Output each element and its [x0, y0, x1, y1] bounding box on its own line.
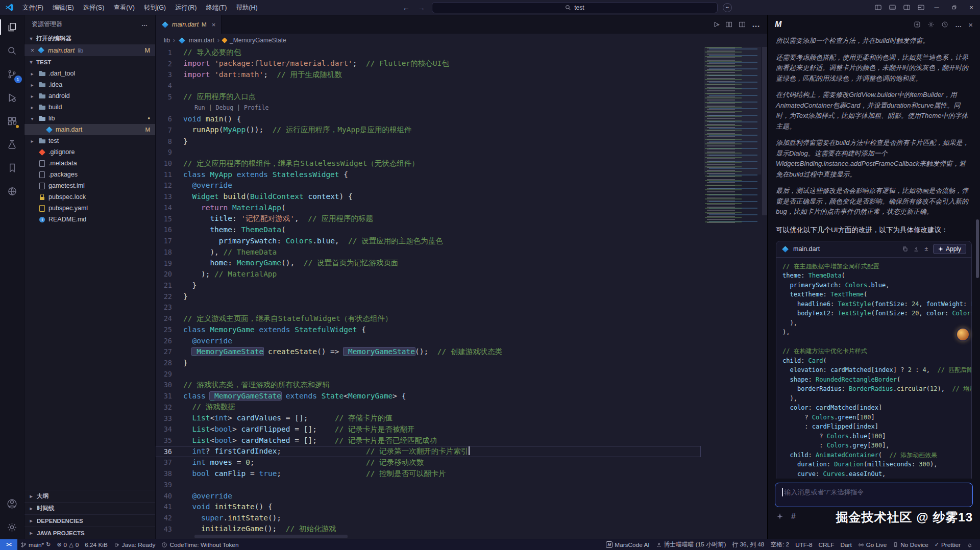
- explorer-icon[interactable]: [0, 15, 24, 39]
- code-line-25[interactable]: 25class MemoryGame extends StatefulWidge…: [156, 324, 701, 335]
- close-editor-icon[interactable]: ×: [31, 47, 34, 54]
- code-line-18[interactable]: 18 ), // ThemeData: [156, 246, 701, 258]
- source-control-icon[interactable]: 1: [0, 62, 24, 86]
- menu-item-3[interactable]: 查看(V): [109, 0, 139, 15]
- code-line-31[interactable]: 31class _MemoryGameState extends State<M…: [156, 390, 701, 402]
- editor-horizontal-scrollbar[interactable]: [194, 535, 348, 538]
- apply-button[interactable]: Apply: [933, 244, 966, 254]
- tree-item-main.dart[interactable]: main.dartM: [24, 124, 155, 135]
- marscode-status[interactable]: M MarsCode AI: [603, 539, 652, 550]
- code-line-1[interactable]: 1// 导入必要的包: [156, 47, 701, 58]
- code-line-41[interactable]: 41 void initState() {: [156, 501, 701, 512]
- minimap[interactable]: [704, 47, 761, 534]
- toggle-panel-icon[interactable]: [885, 0, 899, 15]
- command-center-search[interactable]: test: [432, 2, 718, 13]
- code-line-38[interactable]: 38 bool canFlip = true; // 控制是否可以翻卡片: [156, 468, 701, 479]
- split-editor-icon[interactable]: [739, 21, 746, 28]
- code-line-32[interactable]: 32 // 游戏数据: [156, 402, 701, 413]
- copilot-icon[interactable]: ••: [723, 3, 732, 12]
- code-line-39[interactable]: 39: [156, 479, 701, 490]
- code-line-12[interactable]: 12 @override: [156, 180, 701, 191]
- code-line-30[interactable]: 30// 游戏状态类，管理游戏的所有状态和逻辑: [156, 380, 701, 391]
- tab-main-dart[interactable]: main.dart M ×: [156, 15, 222, 34]
- code-line-36[interactable]: 36 int? firstCardIndex; // 记录第一次翻开的卡片索引: [156, 446, 701, 457]
- menu-item-2[interactable]: 选择(S): [79, 0, 109, 15]
- tree-item-.metadata[interactable]: .metadata: [24, 158, 155, 169]
- code-line-9[interactable]: 9: [156, 146, 701, 158]
- code-line-40[interactable]: 40 @override: [156, 490, 701, 502]
- code-line-4[interactable]: 4: [156, 80, 701, 91]
- breadcrumb-symbol[interactable]: _MemoryGameState: [230, 37, 286, 44]
- code-line-23[interactable]: 23: [156, 302, 701, 313]
- code-line-28[interactable]: 28}: [156, 357, 701, 368]
- chat-input[interactable]: 输入消息或者"/"来选择指令: [775, 483, 973, 507]
- sidebar-section-JAVA PROJECTS[interactable]: ▸JAVA PROJECTS: [24, 527, 155, 539]
- code-line-42[interactable]: 42 super.initState();: [156, 512, 701, 523]
- ai-panel-scrollbar[interactable]: [976, 219, 979, 278]
- ai-more-icon[interactable]: …: [955, 21, 962, 29]
- account-icon[interactable]: [0, 492, 24, 515]
- code-line-17[interactable]: 17 primarySwatch: Colors.blue, // 设置应用的主…: [156, 235, 701, 246]
- insert-code-icon[interactable]: [913, 246, 919, 252]
- run-debug-icon[interactable]: [0, 86, 24, 109]
- open-editor-item[interactable]: × main.dart lib M: [24, 44, 155, 56]
- code-line-5[interactable]: 5// 应用程序的入口点: [156, 91, 701, 103]
- new-chat-icon[interactable]: [914, 21, 921, 28]
- skills-sparkle-icon[interactable]: [777, 513, 783, 519]
- code-line-14[interactable]: 14 return MaterialApp(: [156, 202, 701, 213]
- code-line-7[interactable]: 7 runApp(MyApp()); // 运行应用程序，MyApp是应用的根组…: [156, 124, 701, 136]
- sidebar-section-DEPENDENCIES[interactable]: ▸DEPENDENCIES: [24, 514, 155, 527]
- tree-item-.packages[interactable]: .packages: [24, 169, 155, 180]
- floating-avatar[interactable]: [956, 328, 970, 341]
- file-size-status[interactable]: 6.24 KiB: [82, 539, 111, 550]
- open-editors-section[interactable]: ▾ 打开的编辑器: [24, 33, 155, 44]
- ai-close-icon[interactable]: ×: [968, 20, 973, 29]
- ai-settings-gear-icon[interactable]: [927, 21, 935, 28]
- code-line-15[interactable]: 15 title: '记忆配对游戏', // 应用程序的标题: [156, 213, 701, 224]
- code-line-34[interactable]: 34 List<bool> cardFlipped = []; // 记录卡片是…: [156, 423, 701, 435]
- toggle-secondary-sidebar-icon[interactable]: [899, 0, 914, 15]
- project-section-header[interactable]: ▾ TEST: [24, 56, 155, 68]
- code-line-8[interactable]: 8}: [156, 136, 701, 147]
- sidebar-section-时间线[interactable]: ▸时间线: [24, 502, 155, 514]
- close-window-button[interactable]: ×: [963, 0, 980, 15]
- code-line-20[interactable]: 20 ); // MaterialApp: [156, 268, 701, 280]
- diff-code-icon[interactable]: ±: [924, 245, 928, 253]
- code-line-37[interactable]: 37 int moves = 0; // 记录移动次数: [156, 457, 701, 468]
- tree-item-test[interactable]: ▸test: [24, 135, 155, 146]
- menu-item-0[interactable]: 文件(F): [18, 0, 48, 15]
- menu-item-7[interactable]: 帮助(H): [231, 0, 262, 15]
- tree-item-.dart_tool[interactable]: ▸.dart_tool: [24, 68, 155, 79]
- problems-status[interactable]: ⊗ 0 △ 0: [54, 539, 82, 550]
- codetime-status[interactable]: CodeTime: Without Token: [158, 539, 241, 550]
- nav-forward-icon[interactable]: →: [416, 4, 427, 12]
- code-line-27[interactable]: 27 _MemoryGameState createState() => _Me…: [156, 346, 701, 357]
- prettier-status[interactable]: ✓ Prettier: [932, 539, 964, 550]
- code-line-10[interactable]: 10// 定义应用程序的根组件，继承自StatelessWidget（无状态组件…: [156, 158, 701, 169]
- tree-item-.gitignore[interactable]: .gitignore: [24, 146, 155, 158]
- notifications-bell-icon[interactable]: [964, 539, 976, 550]
- tree-item-pubspec.lock[interactable]: pubspec.lock: [24, 191, 155, 203]
- code-line-29[interactable]: 29: [156, 368, 701, 380]
- codelens-run-debug-profile[interactable]: Run | Debug | Profile: [156, 103, 701, 114]
- code-line-11[interactable]: 11class MyApp extends StatelessWidget {: [156, 169, 701, 180]
- code-editor[interactable]: 1// 导入必要的包2import 'package:flutter/mater…: [156, 47, 767, 539]
- git-branch-status[interactable]: main* ↻: [17, 539, 54, 550]
- sidebar-section-大纲[interactable]: ▸大纲: [24, 490, 155, 502]
- more-actions-icon[interactable]: …: [752, 20, 760, 29]
- testing-icon[interactable]: [0, 133, 24, 156]
- breadcrumb-lib[interactable]: lib: [164, 37, 170, 44]
- encoding-status[interactable]: UTF-8: [792, 539, 815, 550]
- java-status[interactable]: Java: Ready: [111, 539, 159, 550]
- code-line-35[interactable]: 35 List<bool> cardMatched = []; // 记录卡片是…: [156, 435, 701, 446]
- tree-item-build[interactable]: ▸build: [24, 102, 155, 113]
- tree-item-README.md[interactable]: README.md: [24, 214, 155, 225]
- open-changes-icon[interactable]: [725, 21, 732, 28]
- code-line-6[interactable]: 6void main() {: [156, 113, 701, 124]
- cursor-position-status[interactable]: 行 36, 列 48: [729, 539, 767, 550]
- code-line-19[interactable]: 19 home: MemoryGame(), // 设置首页为记忆游戏页面: [156, 258, 701, 269]
- copy-code-icon[interactable]: [902, 246, 908, 252]
- git-blame-status[interactable]: 博士喵喵喵 (15 小时前): [653, 539, 729, 550]
- code-line-22[interactable]: 22}: [156, 291, 701, 302]
- tree-item-pubspec.yaml[interactable]: pubspec.yaml: [24, 203, 155, 214]
